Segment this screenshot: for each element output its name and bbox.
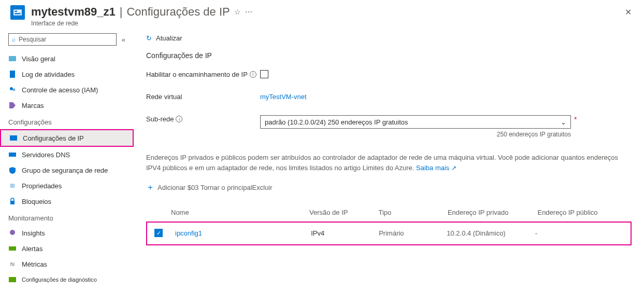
overview-icon	[8, 54, 17, 63]
sidebar-item-alerts[interactable]: Alertas	[0, 241, 134, 256]
sidebar-item-insights[interactable]: Insights	[0, 225, 134, 241]
external-link-icon: ↗	[451, 164, 456, 172]
search-input[interactable]	[19, 36, 113, 43]
table-header: Nome Versão de IP Tipo Endereço IP priva…	[146, 203, 632, 222]
sidebar-item-label: Configurações de IP	[23, 134, 84, 142]
svg-rect-8	[10, 135, 17, 141]
refresh-label: Atualizar	[156, 34, 182, 42]
info-icon[interactable]: i	[250, 71, 256, 78]
col-private: Endereço IP privado	[448, 209, 538, 216]
ip-forwarding-checkbox[interactable]	[260, 70, 268, 78]
sidebar-item-diag[interactable]: Configurações de diagnóstico	[0, 272, 134, 287]
table-row[interactable]: ✓ ipconfig1 IPv4 Primário 10.2.0.4 (Dinâ…	[150, 224, 627, 242]
bulb-icon	[8, 229, 17, 237]
svg-rect-9	[9, 153, 16, 157]
search-icon: ⌕	[12, 36, 16, 43]
svg-rect-0	[13, 9, 22, 15]
people-icon	[8, 86, 17, 94]
metrics-icon: hi	[8, 260, 17, 268]
sidebar-item-properties[interactable]: III Propriedades	[0, 178, 134, 194]
ip-config-icon	[9, 134, 18, 142]
sidebar-search[interactable]: ⌕	[8, 33, 117, 46]
sidebar-item-label: Controle de acesso (IAM)	[22, 86, 98, 94]
svg-rect-3	[9, 56, 16, 61]
col-version: Versão de IP	[309, 209, 378, 216]
vnet-label: Rede virtual	[146, 93, 182, 101]
more-menu-icon[interactable]: ⋯	[245, 8, 252, 16]
sidebar-item-label: Marcas	[22, 102, 44, 109]
lock-icon	[8, 197, 17, 205]
sidebar-item-overview[interactable]: Visão geral	[0, 51, 134, 66]
svg-rect-13	[9, 277, 16, 282]
col-name: Nome	[171, 209, 309, 216]
sidebar-section-settings: Configurações	[0, 113, 134, 129]
svg-rect-1	[15, 11, 17, 12]
sidebar-item-label: Alertas	[22, 245, 42, 253]
sidebar-item-label: Métricas	[22, 260, 47, 268]
sidebar-item-iam[interactable]: Controle de acesso (IAM)	[0, 82, 134, 98]
ipconfig-public: -	[535, 229, 623, 237]
subnet-label: Sub-rede	[146, 115, 174, 123]
sidebar-item-locks[interactable]: Bloqueios	[0, 194, 134, 209]
sidebar-item-activity-log[interactable]: Log de atividades	[0, 66, 134, 82]
ipconfig-private: 10.2.0.4 (Dinâmico)	[447, 229, 535, 237]
sidebar-item-label: Propriedades	[22, 182, 62, 190]
diag-icon	[8, 275, 17, 284]
sidebar-item-label: Insights	[22, 229, 45, 237]
blade-separator: |	[120, 5, 123, 19]
sidebar-item-ip-config[interactable]: Configurações de IP	[0, 129, 134, 147]
tag-icon	[8, 101, 17, 109]
col-type: Tipo	[378, 209, 447, 216]
ipconfig-name-link[interactable]: ipconfig1	[175, 229, 311, 237]
ip-forwarding-label: Habilitar o encaminhamento de IP	[146, 71, 248, 78]
chevron-down-icon: ⌄	[561, 118, 566, 126]
sidebar-item-metrics[interactable]: hi Métricas	[0, 256, 134, 272]
log-icon	[8, 70, 17, 78]
ipconfig-type: Primário	[379, 229, 447, 237]
ipconfig-version: IPv4	[311, 229, 379, 237]
col-public: Endereço IP público	[537, 209, 627, 216]
resource-name: mytestvm89_z1	[31, 5, 116, 19]
sidebar-item-label: Bloqueios	[22, 198, 51, 205]
sidebar-item-label: Log de atividades	[22, 71, 75, 78]
add-button[interactable]: ＋ Adicionar $03 Tornar o principalExclui…	[146, 182, 273, 193]
collapse-sidebar-icon[interactable]: «	[122, 36, 125, 44]
sidebar-item-label: Grupo de segurança de rede	[22, 167, 108, 174]
dns-icon	[8, 150, 17, 159]
refresh-icon: ↻	[146, 34, 152, 42]
favorite-star-icon[interactable]: ☆	[234, 8, 241, 16]
section-title: Configurações de IP	[146, 51, 632, 60]
vnet-link[interactable]: myTestVM-vnet	[260, 93, 307, 101]
sidebar-item-label: Servidores DNS	[22, 151, 70, 159]
svg-rect-4	[10, 71, 15, 78]
shield-icon	[8, 166, 17, 174]
svg-point-5	[10, 87, 13, 90]
subnet-value: padrão (10.2.0.0/24) 250 endereços IP gr…	[265, 118, 408, 126]
svg-point-11	[10, 230, 15, 235]
svg-point-6	[13, 89, 16, 91]
subnet-dropdown[interactable]: padrão (10.2.0.0/24) 250 endereços IP gr…	[260, 115, 571, 129]
properties-icon: III	[8, 182, 17, 190]
alert-icon	[8, 244, 17, 253]
subnet-hint: 250 endereços IP gratuitos	[260, 131, 571, 138]
required-indicator: *	[574, 115, 577, 123]
row-checkbox[interactable]: ✓	[154, 229, 163, 237]
svg-rect-12	[9, 246, 16, 251]
action-line: Adicionar $03 Tornar o principalExcluir	[158, 184, 273, 191]
sidebar-section-monitoring: Monitoramento	[0, 209, 134, 225]
sidebar-item-label: Visão geral	[22, 55, 55, 63]
sidebar-item-tags[interactable]: Marcas	[0, 98, 134, 113]
info-icon[interactable]: i	[176, 116, 182, 122]
svg-marker-7	[9, 102, 16, 108]
plus-icon: ＋	[146, 182, 154, 193]
refresh-button[interactable]: ↻ Atualizar	[146, 34, 182, 42]
svg-rect-10	[10, 201, 15, 204]
resource-type-subtitle: Interface de rede	[31, 20, 623, 27]
sidebar-item-nsg[interactable]: Grupo de segurança de rede	[0, 162, 134, 178]
sidebar-item-dns[interactable]: Servidores DNS	[0, 147, 134, 162]
close-button[interactable]: ✕	[623, 5, 634, 19]
learn-more-link[interactable]: Saiba mais	[416, 164, 449, 172]
svg-rect-2	[15, 13, 20, 14]
description-text: Endereços IP privados e públicos podem s…	[146, 153, 632, 173]
blade-title: Configurações de IP	[126, 5, 230, 19]
